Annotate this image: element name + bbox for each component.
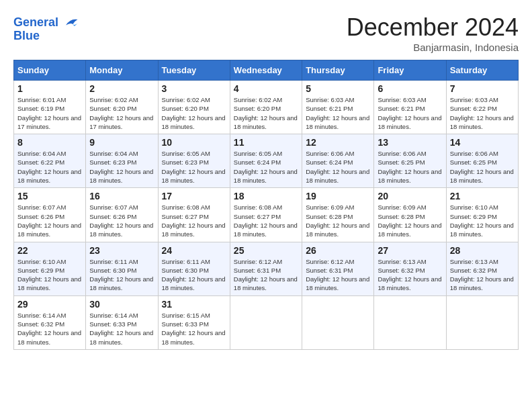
day-info: Sunrise: 6:14 AMSunset: 6:33 PMDaylight:…	[89, 311, 154, 347]
calendar-cell: 13Sunrise: 6:06 AMSunset: 6:25 PMDayligh…	[374, 134, 446, 188]
location-subtitle: Banjarmasin, Indonesia	[347, 42, 519, 53]
day-number: 24	[162, 245, 226, 256]
calendar-cell: 30Sunrise: 6:14 AMSunset: 6:33 PMDayligh…	[86, 295, 158, 349]
day-number: 11	[234, 137, 298, 148]
day-number: 1	[17, 83, 82, 94]
day-number: 14	[450, 137, 515, 148]
day-number: 22	[17, 245, 82, 256]
calendar-cell: 31Sunrise: 6:15 AMSunset: 6:33 PMDayligh…	[158, 295, 230, 349]
day-header-saturday: Saturday	[446, 60, 518, 81]
day-info: Sunrise: 6:04 AMSunset: 6:22 PMDaylight:…	[17, 149, 82, 185]
calendar-cell: 12Sunrise: 6:06 AMSunset: 6:24 PMDayligh…	[302, 134, 374, 188]
logo: General Blue	[13, 13, 80, 43]
page-header: General Blue December 2024 Banjarmasin, …	[13, 13, 519, 53]
day-info: Sunrise: 6:03 AMSunset: 6:22 PMDaylight:…	[450, 95, 515, 131]
day-number: 21	[450, 191, 515, 201]
day-number: 4	[234, 83, 298, 94]
calendar-cell: 19Sunrise: 6:09 AMSunset: 6:28 PMDayligh…	[302, 188, 374, 242]
day-info: Sunrise: 6:14 AMSunset: 6:32 PMDaylight:…	[17, 311, 82, 347]
day-info: Sunrise: 6:13 AMSunset: 6:32 PMDaylight:…	[378, 257, 442, 293]
calendar-cell: 24Sunrise: 6:11 AMSunset: 6:30 PMDayligh…	[158, 242, 230, 295]
day-number: 26	[306, 245, 370, 256]
day-header-wednesday: Wednesday	[230, 60, 302, 81]
day-number: 6	[378, 83, 442, 94]
day-header-sunday: Sunday	[14, 60, 86, 81]
month-title: December 2024	[347, 13, 519, 42]
day-number: 9	[89, 137, 154, 148]
calendar-cell: 4Sunrise: 6:02 AMSunset: 6:20 PMDaylight…	[230, 81, 302, 134]
calendar-cell: 7Sunrise: 6:03 AMSunset: 6:22 PMDaylight…	[446, 81, 518, 134]
day-info: Sunrise: 6:12 AMSunset: 6:31 PMDaylight:…	[306, 257, 370, 293]
day-info: Sunrise: 6:03 AMSunset: 6:21 PMDaylight:…	[306, 95, 370, 131]
day-info: Sunrise: 6:01 AMSunset: 6:19 PMDaylight:…	[17, 95, 82, 131]
day-number: 20	[378, 191, 442, 201]
calendar-cell: 22Sunrise: 6:10 AMSunset: 6:29 PMDayligh…	[14, 242, 86, 295]
day-info: Sunrise: 6:10 AMSunset: 6:29 PMDaylight:…	[17, 257, 82, 293]
day-header-monday: Monday	[86, 60, 158, 81]
logo-bird-icon	[61, 13, 80, 32]
calendar-cell: 27Sunrise: 6:13 AMSunset: 6:32 PMDayligh…	[374, 242, 446, 295]
day-info: Sunrise: 6:08 AMSunset: 6:27 PMDaylight:…	[162, 203, 226, 238]
day-info: Sunrise: 6:09 AMSunset: 6:28 PMDaylight:…	[378, 203, 442, 238]
calendar-cell: 10Sunrise: 6:05 AMSunset: 6:23 PMDayligh…	[158, 134, 230, 188]
day-info: Sunrise: 6:12 AMSunset: 6:31 PMDaylight:…	[234, 257, 298, 293]
calendar-cell: 21Sunrise: 6:10 AMSunset: 6:29 PMDayligh…	[446, 188, 518, 242]
day-info: Sunrise: 6:03 AMSunset: 6:21 PMDaylight:…	[378, 95, 442, 131]
calendar-cell: 28Sunrise: 6:13 AMSunset: 6:32 PMDayligh…	[446, 242, 518, 295]
day-info: Sunrise: 6:05 AMSunset: 6:24 PMDaylight:…	[234, 149, 298, 185]
calendar-cell: 26Sunrise: 6:12 AMSunset: 6:31 PMDayligh…	[302, 242, 374, 295]
title-block: December 2024 Banjarmasin, Indonesia	[347, 13, 519, 53]
day-number: 31	[162, 299, 226, 310]
calendar-cell: 3Sunrise: 6:02 AMSunset: 6:20 PMDaylight…	[158, 81, 230, 134]
day-info: Sunrise: 6:13 AMSunset: 6:32 PMDaylight:…	[450, 257, 515, 293]
day-number: 18	[234, 191, 298, 201]
day-info: Sunrise: 6:08 AMSunset: 6:27 PMDaylight:…	[234, 203, 298, 238]
calendar-cell: 8Sunrise: 6:04 AMSunset: 6:22 PMDaylight…	[14, 134, 86, 188]
day-number: 15	[17, 191, 82, 201]
day-number: 27	[378, 245, 442, 256]
day-info: Sunrise: 6:15 AMSunset: 6:33 PMDaylight:…	[162, 311, 226, 347]
logo-text-general: General	[13, 16, 58, 30]
calendar-cell: 14Sunrise: 6:06 AMSunset: 6:25 PMDayligh…	[446, 134, 518, 188]
day-info: Sunrise: 6:05 AMSunset: 6:23 PMDaylight:…	[162, 149, 226, 185]
calendar-cell: 2Sunrise: 6:02 AMSunset: 6:20 PMDaylight…	[86, 81, 158, 134]
day-number: 16	[89, 191, 154, 201]
logo-text-blue: Blue	[13, 30, 40, 43]
calendar-cell: 17Sunrise: 6:08 AMSunset: 6:27 PMDayligh…	[158, 188, 230, 242]
day-info: Sunrise: 6:02 AMSunset: 6:20 PMDaylight:…	[234, 95, 298, 131]
day-number: 30	[89, 299, 154, 310]
calendar-cell: 23Sunrise: 6:11 AMSunset: 6:30 PMDayligh…	[86, 242, 158, 295]
day-number: 2	[89, 83, 154, 94]
day-number: 19	[306, 191, 370, 201]
day-info: Sunrise: 6:11 AMSunset: 6:30 PMDaylight:…	[162, 257, 226, 293]
calendar-cell	[302, 295, 374, 349]
day-info: Sunrise: 6:06 AMSunset: 6:25 PMDaylight:…	[450, 149, 515, 185]
day-header-friday: Friday	[374, 60, 446, 81]
calendar-cell: 16Sunrise: 6:07 AMSunset: 6:26 PMDayligh…	[86, 188, 158, 242]
calendar-cell: 15Sunrise: 6:07 AMSunset: 6:26 PMDayligh…	[14, 188, 86, 242]
day-number: 12	[306, 137, 370, 148]
day-info: Sunrise: 6:07 AMSunset: 6:26 PMDaylight:…	[89, 203, 154, 238]
calendar-cell: 9Sunrise: 6:04 AMSunset: 6:23 PMDaylight…	[86, 134, 158, 188]
day-info: Sunrise: 6:10 AMSunset: 6:29 PMDaylight:…	[450, 203, 515, 238]
calendar-cell	[446, 295, 518, 349]
day-number: 29	[17, 299, 82, 310]
day-info: Sunrise: 6:09 AMSunset: 6:28 PMDaylight:…	[306, 203, 370, 238]
calendar-cell: 25Sunrise: 6:12 AMSunset: 6:31 PMDayligh…	[230, 242, 302, 295]
day-info: Sunrise: 6:11 AMSunset: 6:30 PMDaylight:…	[89, 257, 154, 293]
day-number: 3	[162, 83, 226, 94]
day-number: 13	[378, 137, 442, 148]
calendar-cell: 20Sunrise: 6:09 AMSunset: 6:28 PMDayligh…	[374, 188, 446, 242]
day-number: 8	[17, 137, 82, 148]
day-info: Sunrise: 6:02 AMSunset: 6:20 PMDaylight:…	[89, 95, 154, 131]
calendar-cell	[230, 295, 302, 349]
calendar-cell: 1Sunrise: 6:01 AMSunset: 6:19 PMDaylight…	[14, 81, 86, 134]
day-header-thursday: Thursday	[302, 60, 374, 81]
calendar-cell: 18Sunrise: 6:08 AMSunset: 6:27 PMDayligh…	[230, 188, 302, 242]
day-info: Sunrise: 6:06 AMSunset: 6:24 PMDaylight:…	[306, 149, 370, 185]
day-info: Sunrise: 6:02 AMSunset: 6:20 PMDaylight:…	[162, 95, 226, 131]
day-info: Sunrise: 6:06 AMSunset: 6:25 PMDaylight:…	[378, 149, 442, 185]
day-header-tuesday: Tuesday	[158, 60, 230, 81]
calendar-cell: 11Sunrise: 6:05 AMSunset: 6:24 PMDayligh…	[230, 134, 302, 188]
day-number: 25	[234, 245, 298, 256]
